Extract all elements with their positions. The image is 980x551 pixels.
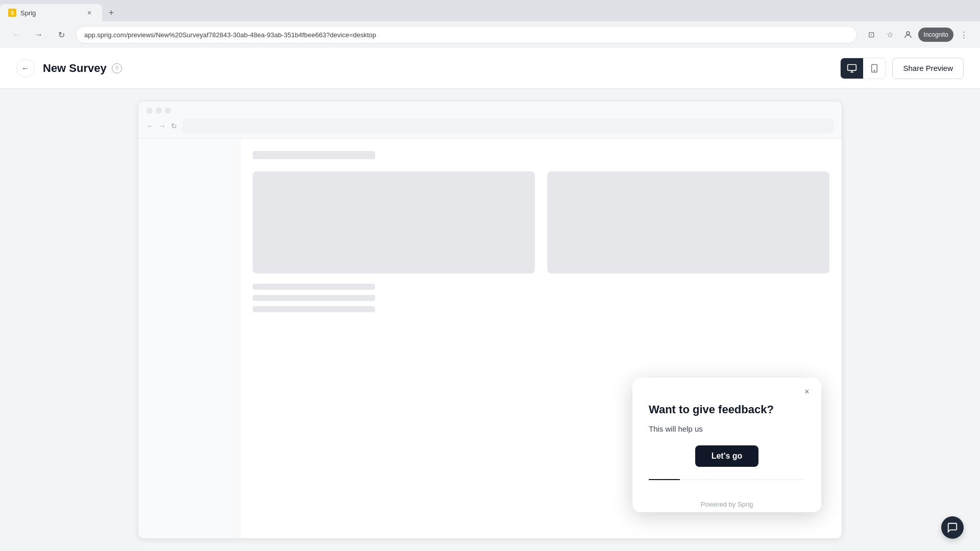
app-content: ← New Survey ? Sh [0,48,980,551]
url-bar[interactable]: app.sprig.com/previews/New%20Surveyaf782… [76,26,857,43]
back-nav-button[interactable]: ← [8,27,24,43]
new-tab-button[interactable]: + [104,6,118,20]
preview-area: ← → ↻ [0,89,980,551]
preview-page: × Want to give feedback? This will help … [138,139,842,539]
preview-sidebar [138,139,240,539]
skeleton-title [253,151,375,159]
chat-icon [947,522,958,533]
dot-green [165,108,171,114]
preview-browser-chrome: ← → ↻ [138,102,842,139]
tab-title: Sprig [20,9,81,17]
browser-tab-bar: S Sprig × + [0,0,980,21]
address-bar-container: ← → ↻ app.sprig.com/previews/New%20Surve… [0,21,980,48]
skeleton-cards [253,171,829,273]
modal-subtitle: This will help us [649,424,805,433]
preview-forward-icon: → [159,122,166,130]
preview-back-icon: ← [146,122,154,130]
back-button[interactable]: ← [16,59,35,78]
skeleton-row-1 [253,284,375,290]
tab-favicon: S [8,9,16,17]
url-text: app.sprig.com/previews/New%20Surveyaf782… [84,31,376,39]
toolbar-icons: ⊡ ☆ Incognito ⋮ [863,27,972,43]
back-icon: ← [21,64,30,73]
desktop-device-button[interactable] [841,58,863,79]
modal-cta-area: Let's go [649,445,805,467]
dot-red [146,108,153,114]
lets-go-label: Let's go [712,452,743,460]
incognito-label: Incognito [923,31,948,38]
help-label: ? [115,65,118,71]
preview-refresh-icon: ↻ [171,122,177,130]
preview-main: × Want to give feedback? This will help … [240,139,842,539]
profile-icon[interactable] [900,27,916,43]
skeleton-row-2 [253,295,375,301]
header-actions: Share Preview [840,58,964,79]
forward-nav-button[interactable]: → [31,27,47,43]
page-title: New Survey [43,62,107,75]
tab-close-button[interactable]: × [85,8,94,17]
modal-close-button[interactable]: × [800,385,814,399]
mobile-device-button[interactable] [863,58,886,79]
share-preview-button[interactable]: Share Preview [892,58,964,79]
survey-modal: × Want to give feedback? This will help … [632,378,821,512]
progress-fill [649,479,680,480]
chat-bubble-button[interactable] [941,516,964,539]
svg-rect-1 [848,64,856,70]
preview-nav: ← → ↻ [146,119,834,138]
progress-bar-container [649,479,805,480]
svg-point-0 [906,32,910,35]
lets-go-button[interactable]: Let's go [695,445,759,467]
app-header: ← New Survey ? Sh [0,48,980,89]
preview-address-bar [182,119,834,133]
cast-icon[interactable]: ⊡ [863,27,879,43]
page-title-area: New Survey ? [43,62,840,75]
close-icon: × [804,387,809,396]
bookmark-icon[interactable]: ☆ [881,27,898,43]
browser-preview-frame: ← → ↻ [138,101,842,539]
help-icon[interactable]: ? [112,63,122,73]
menu-icon[interactable]: ⋮ [955,27,972,43]
skeleton-card-2 [547,171,829,273]
modal-progress [649,479,805,480]
incognito-button[interactable]: Incognito [918,28,953,42]
powered-by-label: Powered by Sprig [701,500,753,508]
skeleton-card-1 [253,171,535,273]
dot-yellow [156,108,162,114]
device-toggle [840,58,886,79]
modal-body: Want to give feedback? This will help us… [632,399,821,500]
refresh-button[interactable]: ↻ [53,27,69,43]
modal-header: × [632,378,821,399]
skeleton-row-3 [253,306,375,312]
preview-dots [146,108,834,114]
modal-title: Want to give feedback? [649,403,805,416]
modal-footer: Powered by Sprig [632,500,821,512]
svg-point-3 [874,70,875,71]
share-preview-label: Share Preview [903,64,953,72]
active-tab[interactable]: S Sprig × [0,4,102,21]
